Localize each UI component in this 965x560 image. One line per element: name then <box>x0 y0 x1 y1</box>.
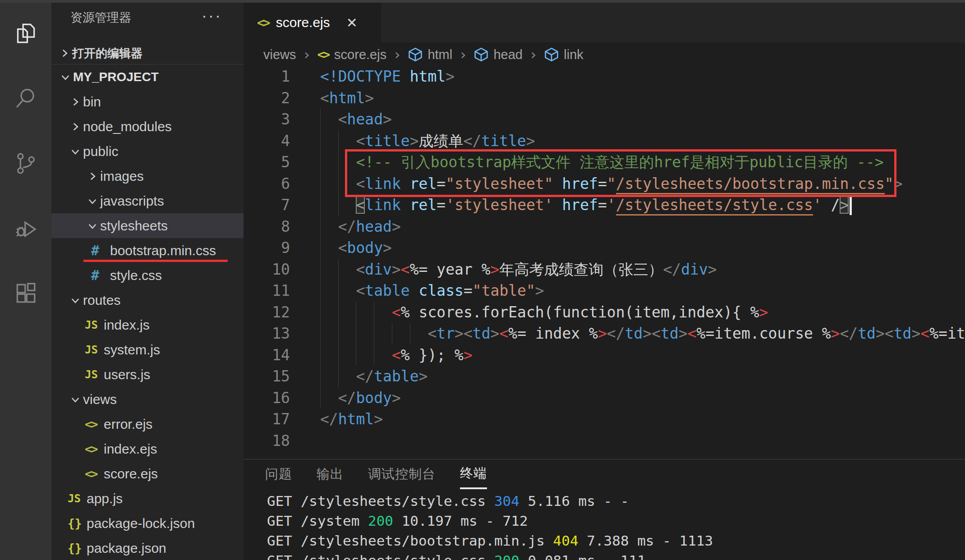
tree-item-routes[interactable]: routes <box>51 288 244 312</box>
code-line-12[interactable]: 12<% scores.forEach(function(item,index)… <box>244 302 965 323</box>
code-line-6[interactable]: 6<link rel="stylesheet" href="/styleshee… <box>244 173 965 195</box>
code-line-11[interactable]: 11<table class="table"> <box>244 280 965 302</box>
tree-item-stylesheets[interactable]: stylesheets <box>51 213 244 238</box>
indent-guides <box>320 302 392 323</box>
tab-score-ejs[interactable]: <> score.ejs ✕ <box>244 3 381 42</box>
panel-tab-终端[interactable]: 终端 <box>460 459 487 489</box>
line-content: </head> <box>320 216 401 238</box>
breadcrumb-item-views[interactable]: views <box>263 47 296 62</box>
tree-item-bin[interactable]: bin <box>51 89 244 114</box>
js-file-icon: JS <box>68 492 87 505</box>
more-actions-icon[interactable]: ··· <box>202 3 222 29</box>
tree-item-app.js[interactable]: JSapp.js <box>51 486 244 511</box>
tree-item-error.ejs[interactable]: <>error.ejs <box>51 412 244 436</box>
tree-item-system.js[interactable]: JSsystem.js <box>51 337 244 362</box>
tree-item-style.css[interactable]: #style.css <box>51 263 244 288</box>
tree-item-package.json[interactable]: {}package.json <box>51 536 244 560</box>
tree-item-label: views <box>83 392 117 407</box>
code-line-9[interactable]: 9<body> <box>244 237 965 259</box>
js-file-icon: JS <box>85 344 104 356</box>
line-content: <% }); %> <box>320 344 473 366</box>
indent-guides <box>320 194 356 216</box>
open-editors-section[interactable]: 打开的编辑器 <box>51 42 244 64</box>
code-line-17[interactable]: 17</html> <box>244 409 965 430</box>
js-file-icon: JS <box>85 319 104 331</box>
breadcrumb-label: views <box>263 47 296 62</box>
indent-guides <box>320 216 338 238</box>
tree-item-images[interactable]: images <box>51 164 244 188</box>
indent-guides <box>320 151 356 173</box>
ejs-code-icon: <> <box>257 15 269 30</box>
json-file-icon: {} <box>68 542 87 555</box>
code-line-14[interactable]: 14<% }); %> <box>244 344 965 366</box>
line-content: <!-- 引入bootstrap样式文件 注意这里的href是相对于public… <box>320 151 884 173</box>
tree-item-index.js[interactable]: JSindex.js <box>51 312 244 337</box>
code-line-4[interactable]: 4<title>成绩单</title> <box>244 130 965 152</box>
panel-tab-bar: 问题输出调试控制台终端 <box>244 459 965 489</box>
panel-tab-输出[interactable]: 输出 <box>317 459 344 489</box>
breadcrumb-item-html[interactable]: html <box>408 47 452 62</box>
breadcrumb-item-link[interactable]: link <box>544 47 584 62</box>
file-tree: binnode_modulespublicimagesjavascriptsst… <box>51 89 244 560</box>
line-number: 9 <box>244 237 290 259</box>
source-control-icon[interactable] <box>0 136 51 190</box>
project-section-header[interactable]: MY_PROJECT <box>51 64 244 89</box>
css-file-icon: # <box>91 267 110 283</box>
chevron-down-icon <box>85 220 100 232</box>
code-line-7[interactable]: 7<link rel='stylesheet' href='/styleshee… <box>244 194 965 216</box>
line-number: 8 <box>244 216 290 238</box>
run-debug-icon[interactable] <box>0 201 51 255</box>
tree-item-label: package.json <box>87 541 166 556</box>
code-line-15[interactable]: 15</table> <box>244 366 965 387</box>
line-number: 2 <box>244 87 290 109</box>
tree-item-score.ejs[interactable]: <>score.ejs <box>51 461 244 486</box>
breadcrumb-separator-icon: › <box>303 46 311 63</box>
project-name-label: MY_PROJECT <box>73 70 159 84</box>
code-line-13[interactable]: 13<tr><td><%= index %></td><td><%=item.c… <box>244 323 965 344</box>
sidebar-explorer: 资源管理器 ··· 打开的编辑器 MY_PROJECT binnode_modu… <box>51 3 244 560</box>
tree-item-index.ejs[interactable]: <>index.ejs <box>51 436 244 461</box>
panel-tab-问题[interactable]: 问题 <box>265 459 292 489</box>
terminal-line: GET /stylesheets/style.css 304 5.116 ms … <box>267 491 965 511</box>
tree-item-views[interactable]: views <box>51 387 244 412</box>
tree-item-label: style.css <box>110 268 162 283</box>
terminal-output[interactable]: GET /stylesheets/style.css 304 5.116 ms … <box>244 489 965 560</box>
code-line-16[interactable]: 16</body> <box>244 387 965 409</box>
extensions-icon[interactable] <box>0 266 51 320</box>
line-content: <div><%= year %>年高考成绩查询（张三）</div> <box>320 259 717 280</box>
breadcrumb: views›<>score.ejs›html›head›link <box>244 42 965 67</box>
terminal-line: GET /stylesheets/bootstrap.min.js 404 7.… <box>267 531 965 551</box>
tree-item-users.js[interactable]: JSusers.js <box>51 362 244 387</box>
code-editor[interactable]: 1<!DOCTYPE html>2<html>3<head>4<title>成绩… <box>244 66 965 458</box>
code-line-5[interactable]: 5<!-- 引入bootstrap样式文件 注意这里的href是相对于publi… <box>244 151 965 173</box>
panel-tab-调试控制台[interactable]: 调试控制台 <box>368 459 436 489</box>
ejs-file-icon: <> <box>85 467 104 481</box>
code-line-10[interactable]: 10<div><%= year %>年高考成绩查询（张三）</div> <box>244 259 965 280</box>
tree-item-package-lock.json[interactable]: {}package-lock.json <box>51 511 244 536</box>
code-line-8[interactable]: 8</head> <box>244 216 965 238</box>
line-number: 13 <box>244 323 290 344</box>
close-icon[interactable]: ✕ <box>346 15 358 31</box>
tree-item-bootstrap.min.css[interactable]: #bootstrap.min.css <box>51 238 244 263</box>
tree-item-javascripts[interactable]: javascripts <box>51 188 244 213</box>
tree-item-public[interactable]: public <box>51 139 244 164</box>
search-icon[interactable] <box>0 71 51 125</box>
chevron-down-icon <box>68 394 83 405</box>
indent-guides <box>320 280 356 302</box>
chevron-down-icon <box>68 146 83 157</box>
code-line-1[interactable]: 1<!DOCTYPE html> <box>244 66 965 87</box>
tree-item-node_modules[interactable]: node_modules <box>51 114 244 139</box>
css-file-icon: # <box>91 243 110 258</box>
breadcrumb-item-score.ejs[interactable]: <>score.ejs <box>317 47 386 62</box>
bottom-panel: 问题输出调试控制台终端 GET /stylesheets/style.css 3… <box>244 459 965 560</box>
explorer-icon[interactable] <box>0 6 51 60</box>
tree-item-label: index.ejs <box>104 441 157 457</box>
line-number: 7 <box>244 194 290 216</box>
breadcrumb-separator-icon: › <box>529 46 538 63</box>
breadcrumb-item-head[interactable]: head <box>473 47 523 62</box>
code-line-3[interactable]: 3<head> <box>244 109 965 130</box>
code-line-2[interactable]: 2<html> <box>244 87 965 109</box>
code-line-18[interactable]: 18 <box>244 430 965 452</box>
editor-tab-bar: <> score.ejs ✕ <box>244 3 965 42</box>
indent-guides <box>320 109 338 130</box>
